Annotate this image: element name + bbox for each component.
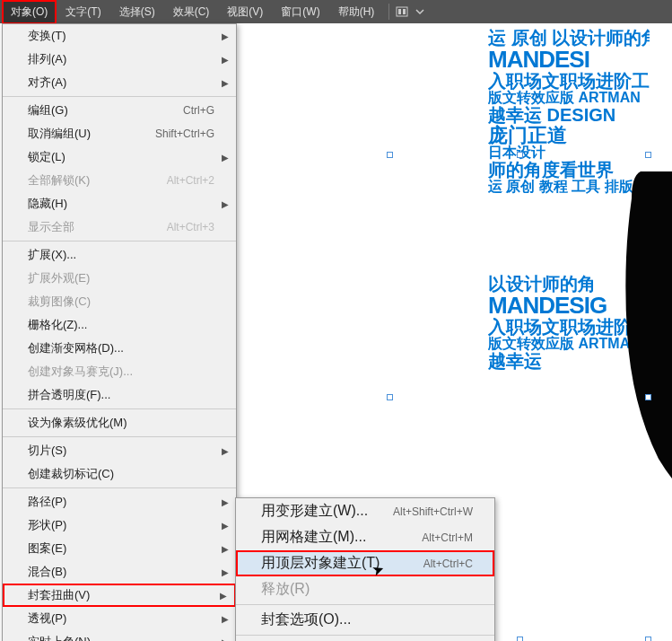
menu-separator xyxy=(3,96,236,97)
submenu-item[interactable]: 用顶层对象建立(T)Alt+Ctrl+C xyxy=(236,550,494,576)
menu-shortcut: Alt+Ctrl+C xyxy=(423,558,473,570)
menu-item-label: 透视(P) xyxy=(28,610,66,627)
chevron-right-icon: ▶ xyxy=(222,567,229,577)
selection-handle[interactable] xyxy=(645,637,651,641)
menu-object[interactable]: 对象(O) xyxy=(2,0,57,24)
chevron-right-icon: ▶ xyxy=(222,78,229,88)
menu-item-label: 形状(P) xyxy=(28,517,66,533)
menu-item-label: 全部解锁(K) xyxy=(28,172,90,189)
selection-handle[interactable] xyxy=(387,394,393,400)
art-line: 日本设计 xyxy=(488,145,650,161)
menu-item-label: 取消编组(U) xyxy=(28,126,91,142)
menu-item: 创建对象马赛克(J)... xyxy=(3,360,236,383)
menu-item[interactable]: 图案(E)▶ xyxy=(3,537,236,560)
selection-handle[interactable] xyxy=(517,152,523,158)
submenu-item-label: 释放(R) xyxy=(261,580,310,599)
menu-item[interactable]: 变换(T)▶ xyxy=(3,24,236,48)
menu-item: 显示全部Alt+Ctrl+3 xyxy=(3,215,236,239)
menu-item[interactable]: 拼合透明度(F)... xyxy=(3,383,236,407)
menu-shortcut: Alt+Ctrl+3 xyxy=(167,221,214,233)
menu-view[interactable]: 视图(V) xyxy=(218,0,272,24)
menu-item[interactable]: 混合(B)▶ xyxy=(3,560,236,584)
menu-separator xyxy=(3,487,236,488)
menu-item-label: 编组(G) xyxy=(28,102,68,119)
menu-item-label: 封套扭曲(V) xyxy=(28,587,90,603)
menu-window[interactable]: 窗口(W) xyxy=(272,0,328,24)
menu-item-label: 排列(A) xyxy=(28,51,66,67)
menu-item-label: 设为像素级优化(M) xyxy=(28,415,127,431)
svg-rect-1 xyxy=(398,9,401,14)
selection-handle[interactable] xyxy=(517,637,523,641)
menu-item-label: 创建裁切标记(C) xyxy=(28,466,114,482)
menu-item[interactable]: 取消编组(U)Shift+Ctrl+G xyxy=(3,122,236,145)
selection-handle[interactable] xyxy=(645,394,651,400)
svg-rect-0 xyxy=(397,7,407,16)
submenu-item[interactable]: 用网格建立(M)...Alt+Ctrl+M xyxy=(236,524,494,550)
menu-select[interactable]: 选择(S) xyxy=(110,0,164,24)
submenu-item: 释放(R) xyxy=(236,576,494,602)
toolbar-separator xyxy=(388,4,389,20)
menu-item-label: 实时上色(N) xyxy=(28,634,91,641)
chevron-right-icon: ▶ xyxy=(220,591,227,601)
bridge-icon[interactable] xyxy=(395,4,409,19)
menu-item[interactable]: 设为像素级优化(M) xyxy=(3,411,236,435)
menu-item[interactable]: 锁定(L)▶ xyxy=(3,145,236,169)
svg-rect-2 xyxy=(403,9,406,14)
menu-item-label: 切片(S) xyxy=(28,443,66,459)
menu-shortcut: Shift+Ctrl+G xyxy=(155,127,214,140)
submenu-item[interactable]: 用变形建立(W)...Alt+Shift+Ctrl+W xyxy=(236,498,494,524)
menu-item-label: 创建对象马赛克(J)... xyxy=(28,364,133,380)
chevron-right-icon: ▶ xyxy=(222,497,229,507)
submenu-item[interactable]: 封套选项(O)... xyxy=(236,607,494,633)
menu-item[interactable]: 隐藏(H)▶ xyxy=(3,192,236,215)
menu-shortcut: Alt+Ctrl+2 xyxy=(167,174,214,187)
submenu-item: 扩展(X) xyxy=(236,637,494,641)
menu-item[interactable]: 封套扭曲(V)▶ xyxy=(3,584,236,607)
menu-item[interactable]: 切片(S)▶ xyxy=(3,439,236,462)
menu-effect[interactable]: 效果(C) xyxy=(164,0,219,24)
menu-help[interactable]: 帮助(H) xyxy=(329,0,384,24)
menu-separator xyxy=(3,241,236,241)
chevron-right-icon: ▶ xyxy=(222,614,229,624)
selection-handle[interactable] xyxy=(645,152,651,158)
chevron-right-icon: ▶ xyxy=(222,544,229,554)
menu-shortcut: Alt+Ctrl+M xyxy=(422,531,473,544)
chevron-right-icon: ▶ xyxy=(222,521,229,531)
menu-item-label: 对齐(A) xyxy=(28,75,66,91)
menu-item[interactable]: 编组(G)Ctrl+G xyxy=(3,99,236,122)
menu-separator xyxy=(3,436,236,437)
submenu-item-label: 封套选项(O)... xyxy=(261,610,351,629)
menu-item[interactable]: 栅格化(Z)... xyxy=(3,313,236,337)
menu-item[interactable]: 创建渐变网格(D)... xyxy=(3,337,236,360)
selection-handle[interactable] xyxy=(387,152,393,158)
menu-item-label: 裁剪图像(C) xyxy=(28,294,91,310)
menu-item[interactable]: 创建裁切标记(C) xyxy=(3,462,236,486)
art-line: 庞门正道 xyxy=(488,125,650,145)
wine-glass-shape[interactable] xyxy=(623,171,672,641)
dropdown-icon[interactable] xyxy=(413,4,427,19)
menu-item[interactable]: 路径(P)▶ xyxy=(3,490,236,514)
text-art-block-1: 运 原创 以设计师的角 MANDESI 入职场文职场进阶工 版文转效应版 ART… xyxy=(488,29,650,195)
menu-item-label: 栅格化(Z)... xyxy=(28,317,87,333)
menu-item[interactable]: 透视(P)▶ xyxy=(3,607,236,630)
chevron-right-icon: ▶ xyxy=(222,153,229,162)
submenu-item-label: 用变形建立(W)... xyxy=(261,502,368,521)
menu-item[interactable]: 形状(P)▶ xyxy=(3,514,236,537)
menu-item[interactable]: 实时上色(N)▶ xyxy=(3,630,236,641)
menu-item[interactable]: 扩展(X)... xyxy=(3,243,236,267)
chevron-right-icon: ▶ xyxy=(222,55,229,65)
menu-separator xyxy=(236,635,494,636)
menu-item-label: 显示全部 xyxy=(28,219,74,235)
submenu-item-label: 用顶层对象建立(T) xyxy=(261,554,380,573)
menu-item[interactable]: 对齐(A)▶ xyxy=(3,71,236,94)
menu-item[interactable]: 排列(A)▶ xyxy=(3,48,236,71)
menu-item-label: 隐藏(H) xyxy=(28,196,67,212)
chevron-right-icon: ▶ xyxy=(222,637,229,642)
menu-item-label: 变换(T) xyxy=(28,28,66,44)
menu-shortcut: Alt+Shift+Ctrl+W xyxy=(393,505,473,518)
submenu-item-label: 用网格建立(M)... xyxy=(261,528,366,547)
chevron-right-icon: ▶ xyxy=(222,31,229,41)
menu-item: 扩展外观(E) xyxy=(3,267,236,290)
menu-item-label: 扩展外观(E) xyxy=(28,270,90,286)
menu-type[interactable]: 文字(T) xyxy=(57,0,109,24)
